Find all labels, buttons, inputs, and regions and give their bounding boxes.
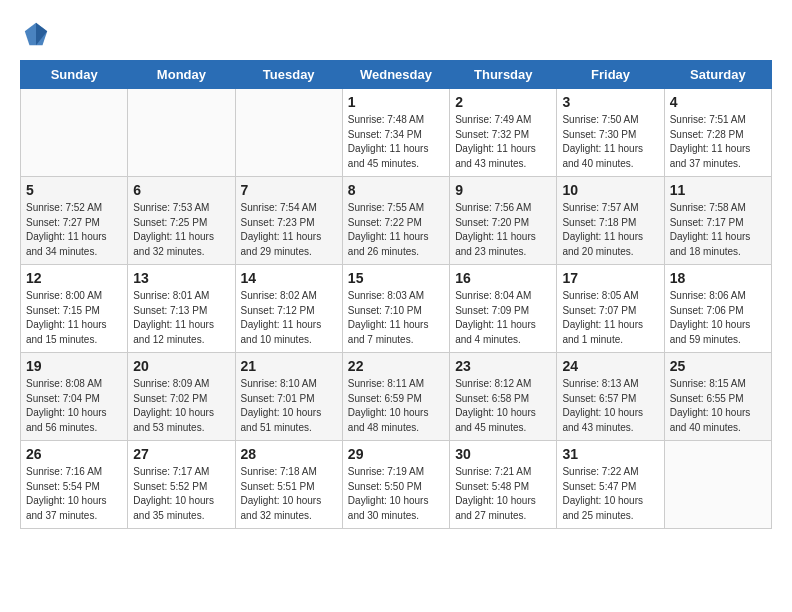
day-number: 18 bbox=[670, 270, 766, 286]
day-number: 20 bbox=[133, 358, 229, 374]
day-info: Sunrise: 7:19 AM Sunset: 5:50 PM Dayligh… bbox=[348, 465, 444, 523]
calendar-cell: 18Sunrise: 8:06 AM Sunset: 7:06 PM Dayli… bbox=[664, 265, 771, 353]
day-number: 22 bbox=[348, 358, 444, 374]
calendar-cell: 11Sunrise: 7:58 AM Sunset: 7:17 PM Dayli… bbox=[664, 177, 771, 265]
day-header-saturday: Saturday bbox=[664, 61, 771, 89]
calendar-cell: 22Sunrise: 8:11 AM Sunset: 6:59 PM Dayli… bbox=[342, 353, 449, 441]
day-number: 27 bbox=[133, 446, 229, 462]
day-info: Sunrise: 8:15 AM Sunset: 6:55 PM Dayligh… bbox=[670, 377, 766, 435]
day-header-thursday: Thursday bbox=[450, 61, 557, 89]
day-header-tuesday: Tuesday bbox=[235, 61, 342, 89]
day-number: 26 bbox=[26, 446, 122, 462]
calendar-cell: 21Sunrise: 8:10 AM Sunset: 7:01 PM Dayli… bbox=[235, 353, 342, 441]
day-number: 1 bbox=[348, 94, 444, 110]
day-info: Sunrise: 7:17 AM Sunset: 5:52 PM Dayligh… bbox=[133, 465, 229, 523]
day-info: Sunrise: 7:50 AM Sunset: 7:30 PM Dayligh… bbox=[562, 113, 658, 171]
day-number: 7 bbox=[241, 182, 337, 198]
day-header-monday: Monday bbox=[128, 61, 235, 89]
calendar-cell: 8Sunrise: 7:55 AM Sunset: 7:22 PM Daylig… bbox=[342, 177, 449, 265]
day-number: 8 bbox=[348, 182, 444, 198]
day-number: 30 bbox=[455, 446, 551, 462]
calendar-cell: 16Sunrise: 8:04 AM Sunset: 7:09 PM Dayli… bbox=[450, 265, 557, 353]
day-number: 16 bbox=[455, 270, 551, 286]
calendar-cell: 1Sunrise: 7:48 AM Sunset: 7:34 PM Daylig… bbox=[342, 89, 449, 177]
day-number: 2 bbox=[455, 94, 551, 110]
calendar-cell: 9Sunrise: 7:56 AM Sunset: 7:20 PM Daylig… bbox=[450, 177, 557, 265]
calendar-week-row: 1Sunrise: 7:48 AM Sunset: 7:34 PM Daylig… bbox=[21, 89, 772, 177]
day-info: Sunrise: 7:53 AM Sunset: 7:25 PM Dayligh… bbox=[133, 201, 229, 259]
day-info: Sunrise: 7:22 AM Sunset: 5:47 PM Dayligh… bbox=[562, 465, 658, 523]
day-info: Sunrise: 8:06 AM Sunset: 7:06 PM Dayligh… bbox=[670, 289, 766, 347]
day-header-friday: Friday bbox=[557, 61, 664, 89]
day-number: 4 bbox=[670, 94, 766, 110]
day-header-sunday: Sunday bbox=[21, 61, 128, 89]
day-number: 5 bbox=[26, 182, 122, 198]
day-number: 10 bbox=[562, 182, 658, 198]
calendar-cell: 2Sunrise: 7:49 AM Sunset: 7:32 PM Daylig… bbox=[450, 89, 557, 177]
day-info: Sunrise: 8:09 AM Sunset: 7:02 PM Dayligh… bbox=[133, 377, 229, 435]
calendar-cell: 10Sunrise: 7:57 AM Sunset: 7:18 PM Dayli… bbox=[557, 177, 664, 265]
calendar-cell: 30Sunrise: 7:21 AM Sunset: 5:48 PM Dayli… bbox=[450, 441, 557, 529]
calendar-cell bbox=[664, 441, 771, 529]
day-number: 3 bbox=[562, 94, 658, 110]
calendar-cell bbox=[21, 89, 128, 177]
day-info: Sunrise: 7:21 AM Sunset: 5:48 PM Dayligh… bbox=[455, 465, 551, 523]
calendar-cell: 4Sunrise: 7:51 AM Sunset: 7:28 PM Daylig… bbox=[664, 89, 771, 177]
calendar-cell: 31Sunrise: 7:22 AM Sunset: 5:47 PM Dayli… bbox=[557, 441, 664, 529]
calendar-cell: 13Sunrise: 8:01 AM Sunset: 7:13 PM Dayli… bbox=[128, 265, 235, 353]
day-info: Sunrise: 8:04 AM Sunset: 7:09 PM Dayligh… bbox=[455, 289, 551, 347]
calendar-cell: 5Sunrise: 7:52 AM Sunset: 7:27 PM Daylig… bbox=[21, 177, 128, 265]
day-info: Sunrise: 8:13 AM Sunset: 6:57 PM Dayligh… bbox=[562, 377, 658, 435]
day-number: 15 bbox=[348, 270, 444, 286]
day-info: Sunrise: 7:58 AM Sunset: 7:17 PM Dayligh… bbox=[670, 201, 766, 259]
day-info: Sunrise: 7:16 AM Sunset: 5:54 PM Dayligh… bbox=[26, 465, 122, 523]
calendar-cell: 20Sunrise: 8:09 AM Sunset: 7:02 PM Dayli… bbox=[128, 353, 235, 441]
day-header-wednesday: Wednesday bbox=[342, 61, 449, 89]
day-number: 29 bbox=[348, 446, 444, 462]
day-info: Sunrise: 8:11 AM Sunset: 6:59 PM Dayligh… bbox=[348, 377, 444, 435]
calendar-cell: 14Sunrise: 8:02 AM Sunset: 7:12 PM Dayli… bbox=[235, 265, 342, 353]
calendar-week-row: 5Sunrise: 7:52 AM Sunset: 7:27 PM Daylig… bbox=[21, 177, 772, 265]
day-info: Sunrise: 7:52 AM Sunset: 7:27 PM Dayligh… bbox=[26, 201, 122, 259]
calendar-cell: 26Sunrise: 7:16 AM Sunset: 5:54 PM Dayli… bbox=[21, 441, 128, 529]
calendar-cell: 17Sunrise: 8:05 AM Sunset: 7:07 PM Dayli… bbox=[557, 265, 664, 353]
day-info: Sunrise: 8:08 AM Sunset: 7:04 PM Dayligh… bbox=[26, 377, 122, 435]
page-header bbox=[20, 20, 772, 44]
calendar-table: SundayMondayTuesdayWednesdayThursdayFrid… bbox=[20, 60, 772, 529]
calendar-cell: 6Sunrise: 7:53 AM Sunset: 7:25 PM Daylig… bbox=[128, 177, 235, 265]
calendar-week-row: 26Sunrise: 7:16 AM Sunset: 5:54 PM Dayli… bbox=[21, 441, 772, 529]
day-info: Sunrise: 7:49 AM Sunset: 7:32 PM Dayligh… bbox=[455, 113, 551, 171]
calendar-cell bbox=[128, 89, 235, 177]
day-number: 6 bbox=[133, 182, 229, 198]
day-number: 14 bbox=[241, 270, 337, 286]
day-number: 17 bbox=[562, 270, 658, 286]
calendar-cell: 7Sunrise: 7:54 AM Sunset: 7:23 PM Daylig… bbox=[235, 177, 342, 265]
day-info: Sunrise: 8:10 AM Sunset: 7:01 PM Dayligh… bbox=[241, 377, 337, 435]
day-info: Sunrise: 8:00 AM Sunset: 7:15 PM Dayligh… bbox=[26, 289, 122, 347]
calendar-cell: 27Sunrise: 7:17 AM Sunset: 5:52 PM Dayli… bbox=[128, 441, 235, 529]
day-info: Sunrise: 7:56 AM Sunset: 7:20 PM Dayligh… bbox=[455, 201, 551, 259]
calendar-cell bbox=[235, 89, 342, 177]
day-number: 23 bbox=[455, 358, 551, 374]
day-info: Sunrise: 8:12 AM Sunset: 6:58 PM Dayligh… bbox=[455, 377, 551, 435]
day-number: 11 bbox=[670, 182, 766, 198]
calendar-header-row: SundayMondayTuesdayWednesdayThursdayFrid… bbox=[21, 61, 772, 89]
calendar-cell: 25Sunrise: 8:15 AM Sunset: 6:55 PM Dayli… bbox=[664, 353, 771, 441]
calendar-cell: 19Sunrise: 8:08 AM Sunset: 7:04 PM Dayli… bbox=[21, 353, 128, 441]
day-info: Sunrise: 7:54 AM Sunset: 7:23 PM Dayligh… bbox=[241, 201, 337, 259]
calendar-cell: 24Sunrise: 8:13 AM Sunset: 6:57 PM Dayli… bbox=[557, 353, 664, 441]
day-number: 28 bbox=[241, 446, 337, 462]
day-number: 9 bbox=[455, 182, 551, 198]
day-number: 21 bbox=[241, 358, 337, 374]
calendar-cell: 15Sunrise: 8:03 AM Sunset: 7:10 PM Dayli… bbox=[342, 265, 449, 353]
day-info: Sunrise: 7:18 AM Sunset: 5:51 PM Dayligh… bbox=[241, 465, 337, 523]
calendar-week-row: 19Sunrise: 8:08 AM Sunset: 7:04 PM Dayli… bbox=[21, 353, 772, 441]
day-number: 25 bbox=[670, 358, 766, 374]
day-info: Sunrise: 8:05 AM Sunset: 7:07 PM Dayligh… bbox=[562, 289, 658, 347]
day-info: Sunrise: 7:48 AM Sunset: 7:34 PM Dayligh… bbox=[348, 113, 444, 171]
calendar-cell: 12Sunrise: 8:00 AM Sunset: 7:15 PM Dayli… bbox=[21, 265, 128, 353]
day-info: Sunrise: 8:03 AM Sunset: 7:10 PM Dayligh… bbox=[348, 289, 444, 347]
calendar-cell: 28Sunrise: 7:18 AM Sunset: 5:51 PM Dayli… bbox=[235, 441, 342, 529]
day-number: 19 bbox=[26, 358, 122, 374]
logo bbox=[20, 20, 50, 44]
